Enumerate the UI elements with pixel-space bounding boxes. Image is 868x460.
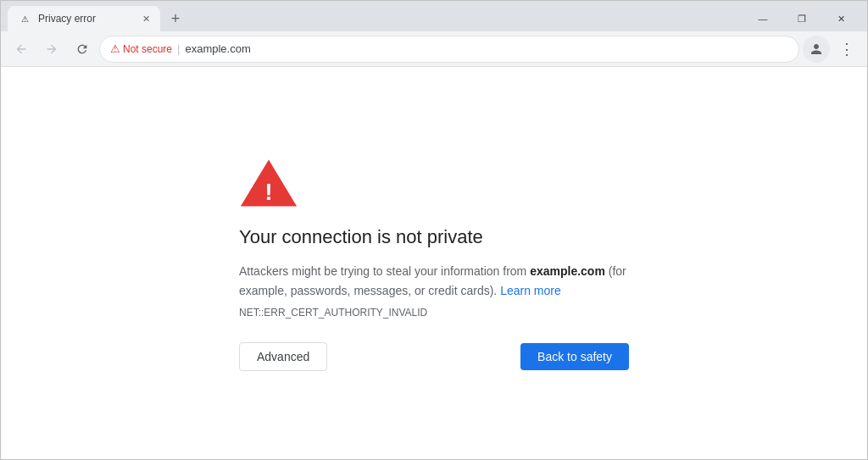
- warning-icon: ⚠: [110, 42, 120, 55]
- menu-button[interactable]: ⋮: [833, 36, 860, 63]
- close-button[interactable]: ✕: [821, 6, 860, 31]
- button-row: Advanced Back to safety: [239, 342, 629, 371]
- url-display: example.com: [185, 42, 250, 55]
- error-code: NET::ERR_CERT_AUTHORITY_INVALID: [239, 307, 427, 319]
- back-to-safety-button[interactable]: Back to safety: [520, 343, 629, 370]
- tab-favicon: ⚠: [18, 12, 31, 25]
- new-tab-button[interactable]: +: [164, 7, 187, 30]
- tab-strip: ⚠ Privacy error ✕ +: [1, 6, 737, 31]
- tab-title: Privacy error: [38, 13, 131, 25]
- page-content: ! Your connection is not private Attacke…: [1, 67, 867, 459]
- browser-toolbar: ⚠ Not secure | example.com ⋮: [1, 31, 867, 67]
- url-separator: |: [177, 42, 180, 55]
- advanced-button[interactable]: Advanced: [239, 342, 327, 371]
- active-tab[interactable]: ⚠ Privacy error ✕: [8, 6, 160, 31]
- address-bar[interactable]: ⚠ Not secure | example.com: [99, 36, 799, 63]
- tab-close-button[interactable]: ✕: [138, 11, 153, 26]
- not-secure-badge: ⚠ Not secure: [110, 42, 172, 55]
- window-controls: — ❐ ✕: [737, 6, 867, 31]
- svg-text:!: !: [264, 178, 272, 205]
- reload-button[interactable]: [69, 36, 96, 63]
- title-bar: ⚠ Privacy error ✕ + — ❐ ✕: [1, 1, 867, 31]
- profile-button[interactable]: [803, 36, 830, 63]
- not-secure-label: Not secure: [123, 43, 172, 55]
- minimize-button[interactable]: —: [743, 6, 782, 31]
- browser-window: ⚠ Privacy error ✕ + — ❐ ✕: [0, 0, 868, 460]
- error-domain: example.com: [530, 264, 605, 278]
- error-title: Your connection is not private: [239, 226, 483, 248]
- forward-button[interactable]: [38, 36, 65, 63]
- maximize-button[interactable]: ❐: [782, 6, 821, 31]
- learn-more-link[interactable]: Learn more: [500, 284, 561, 297]
- error-icon: !: [239, 155, 298, 209]
- error-container: ! Your connection is not private Attacke…: [222, 155, 646, 371]
- back-button[interactable]: [8, 36, 35, 63]
- error-description: Attackers might be trying to steal your …: [239, 262, 629, 300]
- description-before: Attackers might be trying to steal your …: [239, 264, 530, 278]
